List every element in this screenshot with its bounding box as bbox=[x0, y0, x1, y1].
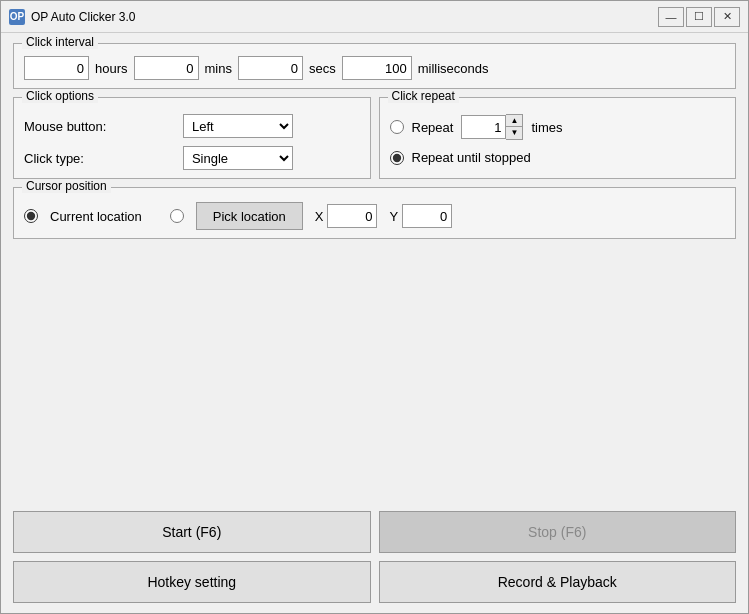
current-location-radio[interactable] bbox=[24, 209, 38, 223]
app-icon: OP bbox=[9, 9, 25, 25]
interval-row: hours mins secs milliseconds bbox=[24, 56, 725, 80]
repeat-content: Repeat ▲ ▼ times Repeat until stopped bbox=[390, 114, 726, 165]
content-area: Click interval hours mins secs milliseco… bbox=[1, 33, 748, 507]
repeat-row: Repeat ▲ ▼ times bbox=[390, 114, 726, 140]
click-repeat-group: Click repeat Repeat ▲ ▼ times bbox=[379, 97, 737, 179]
repeat-times-label: times bbox=[531, 120, 562, 135]
app-icon-label: OP bbox=[10, 11, 24, 22]
start-button[interactable]: Start (F6) bbox=[13, 511, 371, 553]
repeat-until-stopped-label: Repeat until stopped bbox=[412, 150, 531, 165]
spinner-up-button[interactable]: ▲ bbox=[506, 115, 522, 127]
y-label: Y bbox=[389, 209, 398, 224]
spinner-buttons: ▲ ▼ bbox=[506, 114, 523, 140]
window-controls: — ☐ ✕ bbox=[658, 7, 740, 27]
pick-location-button[interactable]: Pick location bbox=[196, 202, 303, 230]
y-input[interactable] bbox=[402, 204, 452, 228]
hotkey-button[interactable]: Hotkey setting bbox=[13, 561, 371, 603]
cursor-position-group: Cursor position Current location Pick lo… bbox=[13, 187, 736, 239]
minimize-button[interactable]: — bbox=[658, 7, 684, 27]
options-grid: Mouse button: Left Right Middle Click ty… bbox=[24, 114, 360, 170]
window-title: OP Auto Clicker 3.0 bbox=[31, 10, 658, 24]
mouse-button-label: Mouse button: bbox=[24, 119, 173, 134]
secs-input[interactable] bbox=[238, 56, 303, 80]
hours-input[interactable] bbox=[24, 56, 89, 80]
current-location-label: Current location bbox=[50, 209, 142, 224]
mouse-button-select[interactable]: Left Right Middle bbox=[183, 114, 293, 138]
click-repeat-label: Click repeat bbox=[388, 89, 459, 103]
mins-label: mins bbox=[205, 61, 232, 76]
record-button[interactable]: Record & Playback bbox=[379, 561, 737, 603]
repeat-times-input[interactable] bbox=[461, 115, 506, 139]
repeat-radio-label: Repeat bbox=[412, 120, 454, 135]
middle-row: Click options Mouse button: Left Right M… bbox=[13, 97, 736, 179]
secs-label: secs bbox=[309, 61, 336, 76]
hours-label: hours bbox=[95, 61, 128, 76]
y-coord-group: Y bbox=[389, 204, 452, 228]
close-button[interactable]: ✕ bbox=[714, 7, 740, 27]
mins-input[interactable] bbox=[134, 56, 199, 80]
click-interval-label: Click interval bbox=[22, 35, 98, 49]
stop-button[interactable]: Stop (F6) bbox=[379, 511, 737, 553]
click-type-select[interactable]: Single Double bbox=[183, 146, 293, 170]
repeat-until-stopped-row: Repeat until stopped bbox=[390, 150, 726, 165]
x-coord-group: X bbox=[315, 204, 378, 228]
ms-label: milliseconds bbox=[418, 61, 489, 76]
repeat-until-stopped-radio[interactable] bbox=[390, 151, 404, 165]
repeat-spinner: ▲ ▼ bbox=[461, 114, 523, 140]
click-type-label: Click type: bbox=[24, 151, 173, 166]
cursor-position-label: Cursor position bbox=[22, 179, 111, 193]
click-options-group: Click options Mouse button: Left Right M… bbox=[13, 97, 371, 179]
click-interval-group: Click interval hours mins secs milliseco… bbox=[13, 43, 736, 89]
maximize-button[interactable]: ☐ bbox=[686, 7, 712, 27]
x-label: X bbox=[315, 209, 324, 224]
x-input[interactable] bbox=[327, 204, 377, 228]
main-window: OP OP Auto Clicker 3.0 — ☐ ✕ Click inter… bbox=[0, 0, 749, 614]
title-bar: OP OP Auto Clicker 3.0 — ☐ ✕ bbox=[1, 1, 748, 33]
cursor-row: Current location Pick location X Y bbox=[24, 202, 725, 230]
click-options-label: Click options bbox=[22, 89, 98, 103]
repeat-radio[interactable] bbox=[390, 120, 404, 134]
bottom-buttons: Start (F6) Stop (F6) Hotkey setting Reco… bbox=[1, 511, 748, 613]
pick-location-radio[interactable] bbox=[170, 209, 184, 223]
ms-input[interactable] bbox=[342, 56, 412, 80]
spinner-down-button[interactable]: ▼ bbox=[506, 127, 522, 139]
